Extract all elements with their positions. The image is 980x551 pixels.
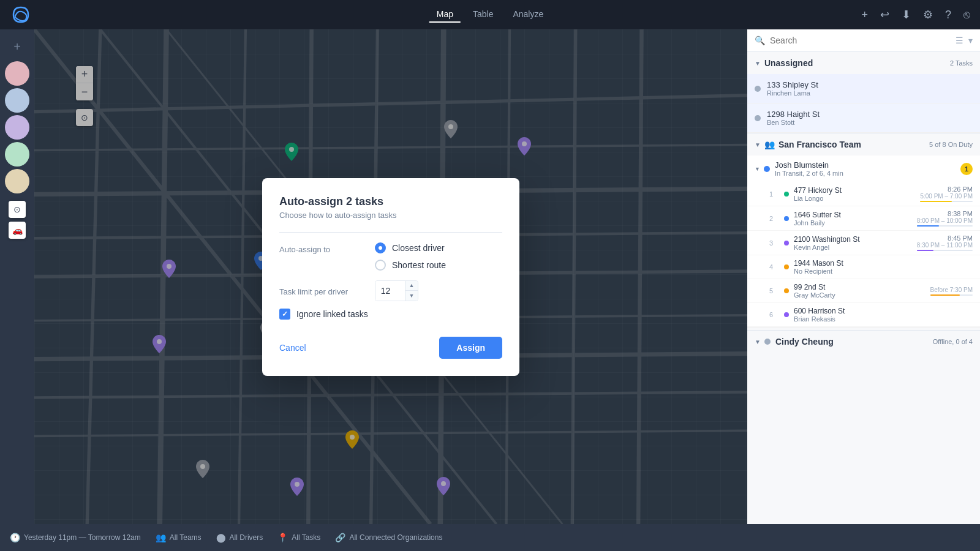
task-limit-input[interactable] <box>375 281 405 301</box>
task-477-info: 477 Hickory St Lia Longo <box>794 186 920 202</box>
all-orgs-label: All Connected Organizations <box>349 533 442 542</box>
bottom-all-drivers[interactable]: ⬤ All Drivers <box>216 533 263 542</box>
cindy-section-header[interactable]: ▼ Cindy Cheung Offline, 0 of 4 <box>747 330 980 353</box>
avatar-5[interactable] <box>5 169 29 193</box>
josh-task-2[interactable]: 2 1646 Sutter St John Baily 8:38 PM 8:00… <box>747 206 980 231</box>
add-team-btn[interactable]: + <box>5 34 29 59</box>
driver-josh: ▼ Josh Blumstein In Transit, 2 of 6, 4 m… <box>747 156 980 328</box>
unassigned-section-header[interactable]: ▼ Unassigned 2 Tasks <box>747 52 980 74</box>
unassigned-title: Unassigned <box>764 58 950 68</box>
closest-driver-option[interactable]: Closest driver <box>375 242 446 253</box>
avatar-3[interactable] <box>5 115 29 140</box>
locate-icon[interactable]: ⊙ <box>9 201 26 218</box>
list-view-icon[interactable]: ☰ <box>956 36 963 45</box>
shortest-route-option[interactable]: Shortest route <box>375 260 446 271</box>
task-num-4: 4 <box>769 263 779 271</box>
driver-josh-row[interactable]: ▼ Josh Blumstein In Transit, 2 of 6, 4 m… <box>747 156 980 182</box>
task-99-address: 99 2nd St <box>794 283 930 291</box>
undo-icon[interactable]: ↩ <box>880 8 889 21</box>
josh-task-6[interactable]: 6 600 Harrison St Brian Rekasis <box>747 303 980 327</box>
task-1944-address: 1944 Mason St <box>794 259 973 268</box>
sidebar-scroll-area: ▼ Unassigned 2 Tasks 133 Shipley St Rinc… <box>747 52 980 524</box>
orgs-icon: 🔗 <box>335 533 345 542</box>
spinner-up-button[interactable]: ▲ <box>405 281 418 291</box>
task-477-time: 8:26 PM <box>920 186 973 193</box>
add-icon[interactable]: + <box>861 9 868 21</box>
task-1646-bar <box>917 225 973 227</box>
ignore-linked-checkbox[interactable]: ✓ <box>279 309 290 320</box>
task-1646-address: 1646 Sutter St <box>794 211 917 219</box>
task-address-2: 1298 Haight St <box>767 110 973 119</box>
time-icon: 🕐 <box>10 533 20 542</box>
ignore-linked-row[interactable]: ✓ Ignore linked tasks <box>279 309 502 320</box>
modal-subtitle: Choose how to auto-assign tasks <box>279 211 502 220</box>
josh-task-5[interactable]: 5 99 2nd St Gray McCarty Before 7:30 PM <box>747 279 980 303</box>
tab-table[interactable]: Table <box>466 7 500 23</box>
team-icon: 👥 <box>764 140 775 149</box>
shortest-route-radio[interactable] <box>375 260 386 271</box>
auto-assign-row: Auto-assign to Closest driver Shortest r… <box>279 242 502 271</box>
task-dot-purple-6 <box>784 312 789 317</box>
task-dot-1 <box>755 86 761 92</box>
task-1944-name: No Recipient <box>794 268 973 275</box>
task-1944-info: 1944 Mason St No Recipient <box>794 259 973 275</box>
cancel-button[interactable]: Cancel <box>279 338 306 358</box>
spinner-down-button[interactable]: ▼ <box>405 291 418 301</box>
ignore-linked-label: Ignore linked tasks <box>296 309 368 319</box>
bottom-time-range[interactable]: 🕐 Yesterday 11pm — Tomorrow 12am <box>10 533 141 542</box>
bottom-all-teams[interactable]: 👥 All Teams <box>156 533 202 542</box>
josh-task-4[interactable]: 4 1944 Mason St No Recipient <box>747 255 980 279</box>
all-teams-label: All Teams <box>170 533 202 542</box>
tab-analyze[interactable]: Analyze <box>505 7 551 23</box>
josh-badge: 1 <box>960 163 973 175</box>
task-99-bar <box>930 294 973 296</box>
help-icon[interactable]: ? <box>945 9 951 21</box>
download-icon[interactable]: ⬇ <box>902 8 911 21</box>
cindy-count: Offline, 0 of 4 <box>933 338 973 345</box>
sort-icon[interactable]: ▾ <box>968 36 973 45</box>
sf-team-header[interactable]: ▼ 👥 San Francisco Team 5 of 8 On Duty <box>747 133 980 156</box>
car-icon[interactable]: 🚗 <box>9 222 26 239</box>
task-477-window: 5:00 PM – 7:00 PM <box>920 193 973 200</box>
task-num-2: 2 <box>769 215 779 222</box>
sf-team-name: San Francisco Team <box>778 140 929 149</box>
task-dot-2 <box>755 115 761 121</box>
task-dot-yellow-5 <box>784 288 789 293</box>
task-99-name: Gray McCarty <box>794 291 930 299</box>
closest-driver-radio[interactable] <box>375 242 386 253</box>
auto-assign-label: Auto-assign to <box>279 242 365 254</box>
bottom-all-tasks[interactable]: 📍 All Tasks <box>277 533 320 542</box>
time-range-label: Yesterday 11pm — Tomorrow 12am <box>24 533 141 542</box>
task-99-times: Before 7:30 PM <box>930 287 973 296</box>
nav-tabs: Map Table Analyze <box>429 7 551 23</box>
task-limit-row: Task limit per driver ▲ ▼ <box>279 280 502 301</box>
bottom-all-orgs[interactable]: 🔗 All Connected Organizations <box>335 533 442 542</box>
task-600-info: 600 Harrison St Brian Rekasis <box>794 307 973 323</box>
josh-task-3[interactable]: 3 2100 Washington St Kevin Angel 8:45 PM… <box>747 231 980 255</box>
josh-task-1[interactable]: 1 477 Hickory St Lia Longo 8:26 PM 5:00 … <box>747 182 980 206</box>
josh-meta: In Transit, 2 of 6, 4 min <box>775 170 957 177</box>
search-icon: 🔍 <box>755 36 765 45</box>
avatar-1[interactable] <box>5 61 29 86</box>
task-477-bar <box>920 201 973 202</box>
number-spinner: ▲ ▼ <box>405 281 418 301</box>
cindy-status-dot <box>764 339 771 345</box>
unassigned-task-2[interactable]: 1298 Haight St Ben Stott <box>747 103 980 133</box>
drivers-icon: ⬤ <box>216 533 226 542</box>
search-input[interactable] <box>770 36 951 45</box>
radio-inner <box>379 246 382 250</box>
exit-icon[interactable]: ⎋ <box>963 9 970 21</box>
task-2100-time: 8:45 PM <box>917 234 973 242</box>
tab-map[interactable]: Map <box>429 7 461 23</box>
settings-icon[interactable]: ⚙ <box>923 8 933 21</box>
map-area[interactable]: + − ⊙ Auto-assign 2 tasks Choose how to … <box>34 29 747 524</box>
avatar-2[interactable] <box>5 88 29 113</box>
top-nav: Map Table Analyze + ↩ ⬇ ⚙ ? ⎋ <box>0 0 980 29</box>
assign-button[interactable]: Assign <box>439 337 502 359</box>
task-num-6: 6 <box>769 311 779 318</box>
closest-driver-label: Closest driver <box>392 243 445 253</box>
unassigned-task-1[interactable]: 133 Shipley St Rinchen Lama <box>747 74 980 103</box>
avatar-4[interactable] <box>5 142 29 167</box>
task-1646-bar-fill <box>917 225 939 227</box>
task-dot-blue <box>784 216 789 221</box>
